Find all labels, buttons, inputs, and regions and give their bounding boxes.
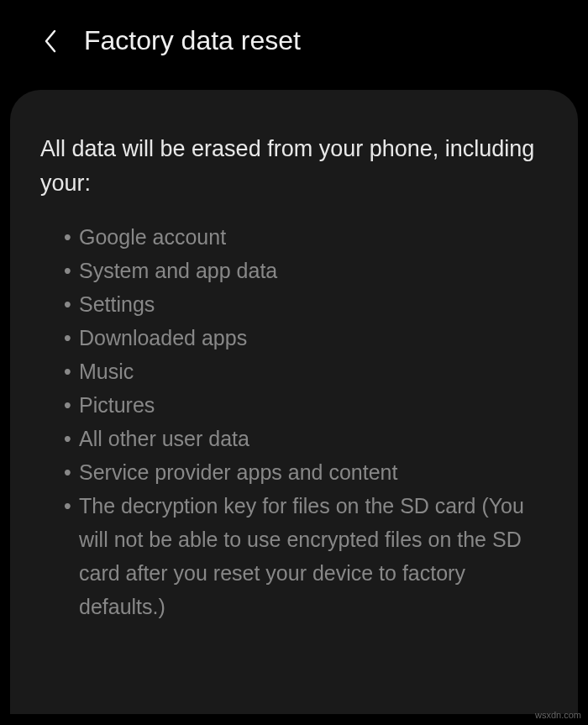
list-item: Pictures [64, 388, 548, 422]
list-item: Google account [64, 220, 548, 254]
list-item: The decryption key for files on the SD c… [64, 489, 548, 623]
content-card: All data will be erased from your phone,… [10, 90, 578, 714]
list-item: Service provider apps and content [64, 455, 548, 489]
watermark: wsxdn.com [535, 710, 581, 720]
list-item: All other user data [64, 422, 548, 455]
list-item: System and app data [64, 254, 548, 287]
intro-text: All data will be erased from your phone,… [40, 132, 548, 200]
list-item: Music [64, 355, 548, 388]
back-icon[interactable] [40, 31, 60, 51]
list-item: Downloaded apps [64, 321, 548, 355]
page-title: Factory data reset [84, 25, 301, 56]
list-item: Settings [64, 287, 548, 321]
bullet-list: Google account System and app data Setti… [40, 220, 548, 623]
header: Factory data reset [0, 0, 588, 90]
